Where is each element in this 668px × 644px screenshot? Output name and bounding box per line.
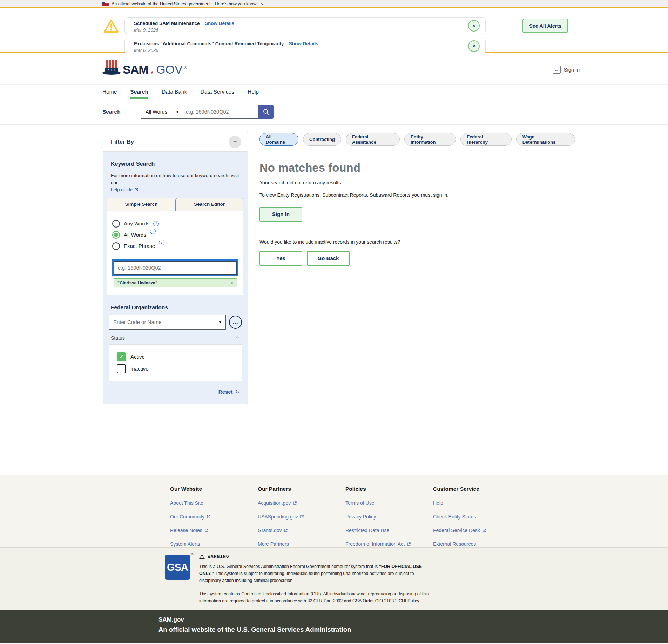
- footer-link-restricted-data-use[interactable]: Restricted Data Use: [345, 528, 433, 533]
- alert-exclusions: Exclusions “Additional Comments” Content…: [124, 38, 486, 54]
- how-you-know-link[interactable]: Here’s how you know: [215, 1, 257, 6]
- warning-paragraph-2: This system contains Controlled Unclassi…: [199, 590, 433, 604]
- checkbox-inactive-row[interactable]: Inactive: [117, 363, 242, 375]
- inactive-records-question: Would you like to include inactive recor…: [259, 239, 575, 245]
- search-results: All Domains Contracting Federal Assistan…: [259, 133, 575, 266]
- federal-organizations-row: Enter Code or Name ▾ …: [109, 315, 242, 330]
- footer-link-external-resources[interactable]: External Resources: [433, 541, 521, 547]
- keyword-input[interactable]: [114, 261, 237, 275]
- radio-button[interactable]: [112, 220, 120, 228]
- close-icon[interactable]: ×: [468, 20, 480, 32]
- gov-banner-text: An official website of the United States…: [112, 1, 211, 6]
- footer-heading: Our Website: [170, 486, 258, 492]
- filter-panel-body: Keyword Search For more information on h…: [103, 152, 248, 404]
- nav-item-home[interactable]: Home: [102, 85, 117, 99]
- gsa-logo: GSA: [165, 555, 190, 580]
- gsa-registered-mark: ®: [191, 553, 194, 556]
- chevron-up-icon[interactable]: [236, 336, 239, 340]
- info-icon[interactable]: i: [159, 240, 164, 245]
- checkbox-checked-icon[interactable]: ✓: [117, 352, 126, 361]
- nav-item-help[interactable]: Help: [248, 85, 259, 99]
- show-details-link[interactable]: Show Details: [205, 21, 234, 26]
- search-button[interactable]: [258, 105, 274, 119]
- filter-panel: Filter By − Keyword Search For more info…: [103, 132, 248, 404]
- status-header[interactable]: Status: [111, 335, 238, 341]
- reset-icon[interactable]: ↻: [235, 388, 240, 395]
- footer-link-more-partners[interactable]: More Partners: [258, 541, 345, 547]
- domain-tab-contracting[interactable]: Contracting: [303, 133, 341, 146]
- collapse-filters-button[interactable]: −: [229, 136, 241, 148]
- keyword-search-tabs: Simple Search Search Editor: [107, 198, 243, 211]
- footer-link-acquisition-gov[interactable]: Acquisition.gov: [258, 500, 345, 506]
- external-link-icon: [284, 528, 288, 533]
- external-link-icon: [134, 188, 139, 192]
- radio-any-words[interactable]: Any Words i: [112, 218, 238, 229]
- sam-gov-logo[interactable]: ★ ★ ★ SAM ★ GOV ®: [102, 59, 187, 75]
- main-nav: Home Search Data Bank Data Services Help: [0, 84, 668, 99]
- see-all-alerts-button[interactable]: See All Alerts: [522, 19, 568, 33]
- gov-banner: An official website of the United States…: [0, 0, 668, 8]
- gsa-warning-section: GSA ® WARNING This is a U.S. General Ser…: [0, 547, 668, 610]
- radio-button[interactable]: [112, 242, 120, 250]
- remove-chip-icon[interactable]: ×: [230, 280, 233, 286]
- footer-link-grants-gov[interactable]: Grants.gov: [258, 528, 345, 533]
- federal-org-combobox[interactable]: Enter Code or Name ▾: [109, 315, 226, 330]
- footer-link-help[interactable]: Help: [433, 500, 521, 506]
- footer-link-privacy-policy[interactable]: Privacy Policy: [345, 514, 433, 520]
- radio-exact-phrase[interactable]: Exact Phrase i: [112, 240, 238, 252]
- info-icon[interactable]: i: [153, 221, 159, 226]
- footer-link-terms-of-use[interactable]: Terms of Use: [345, 500, 433, 506]
- yes-button[interactable]: Yes: [259, 251, 302, 266]
- help-guide-link[interactable]: help guide: [111, 187, 139, 192]
- info-icon[interactable]: i: [150, 229, 156, 234]
- radio-all-words[interactable]: All Words i: [112, 229, 238, 240]
- footer-link-release-notes[interactable]: Release Notes: [170, 528, 258, 533]
- radio-button-selected[interactable]: [112, 231, 120, 239]
- uncle-sam-hat-icon: ★ ★ ★: [102, 59, 121, 75]
- go-back-button[interactable]: Go Back: [307, 251, 350, 266]
- footer-link-federal-service-desk[interactable]: Federal Service Desk: [433, 528, 521, 533]
- tab-search-editor[interactable]: Search Editor: [175, 198, 243, 211]
- domain-tab-all-domains[interactable]: All Domains: [259, 133, 298, 146]
- domain-tabs: All Domains Contracting Federal Assistan…: [259, 133, 575, 146]
- nav-item-search[interactable]: Search: [130, 85, 148, 99]
- radio-label: Exact Phrase: [124, 243, 155, 249]
- footer-link-check-entity-status[interactable]: Check Entity Status: [433, 514, 521, 520]
- domain-tab-wage-determinations[interactable]: Wage Determinations: [516, 133, 575, 146]
- domain-tab-federal-assistance[interactable]: Federal Assistance: [346, 133, 400, 146]
- sign-in-button[interactable]: Sign In: [259, 207, 302, 222]
- federal-organizations-heading: Federal Organizations: [111, 304, 240, 311]
- footer-link-system-alerts[interactable]: System Alerts: [170, 541, 258, 547]
- search-type-value: All Words: [146, 109, 167, 115]
- footer-link-foia[interactable]: Freedom of Information Act: [345, 541, 433, 547]
- warning-triangle-icon: [199, 554, 205, 559]
- footer-col-our-website: Our Website About This Site Our Communit…: [170, 486, 258, 547]
- reset-link[interactable]: Reset: [218, 389, 233, 395]
- warning-paragraph-1: This is a U.S. General Services Administ…: [199, 563, 433, 584]
- alert-title: Scheduled SAM Maintenance: [134, 21, 200, 26]
- nav-item-data-bank[interactable]: Data Bank: [162, 85, 187, 99]
- footer-link-about-this-site[interactable]: About This Site: [170, 500, 258, 506]
- checkbox-unchecked[interactable]: [117, 364, 126, 373]
- footer-col-policies: Policies Terms of Use Privacy Policy Res…: [345, 486, 433, 547]
- footer-link-usaspending-gov[interactable]: USASpending.gov: [258, 514, 345, 520]
- header-sign-in-link[interactable]: ← Sign In: [553, 66, 580, 74]
- search-type-dropdown[interactable]: All Words ▾: [141, 105, 182, 119]
- no-matches-title: No matches found: [259, 161, 575, 175]
- domain-tab-entity-information[interactable]: Entity Information: [404, 133, 456, 146]
- show-details-link[interactable]: Show Details: [289, 41, 318, 46]
- domain-tab-federal-hierarchy[interactable]: Federal Hierarchy: [460, 133, 512, 146]
- close-icon[interactable]: ×: [468, 40, 480, 52]
- keyword-chip-text: "Clarisse Uwineza": [117, 280, 157, 285]
- logo-star-icon: ★: [150, 70, 155, 75]
- alert-date: Mar 9, 2026: [134, 27, 464, 33]
- sign-in-note: To view Entity Registrations, Subcontrac…: [259, 191, 489, 199]
- search-input[interactable]: [182, 105, 258, 119]
- more-options-icon[interactable]: …: [229, 316, 242, 329]
- keyword-search-heading: Keyword Search: [111, 161, 240, 167]
- footer-link-our-community[interactable]: Our Community: [170, 514, 258, 520]
- nav-item-data-services[interactable]: Data Services: [200, 85, 234, 99]
- tab-simple-search[interactable]: Simple Search: [107, 198, 175, 211]
- checkbox-active-row[interactable]: ✓ Active: [117, 351, 242, 363]
- chevron-down-icon[interactable]: [261, 2, 264, 5]
